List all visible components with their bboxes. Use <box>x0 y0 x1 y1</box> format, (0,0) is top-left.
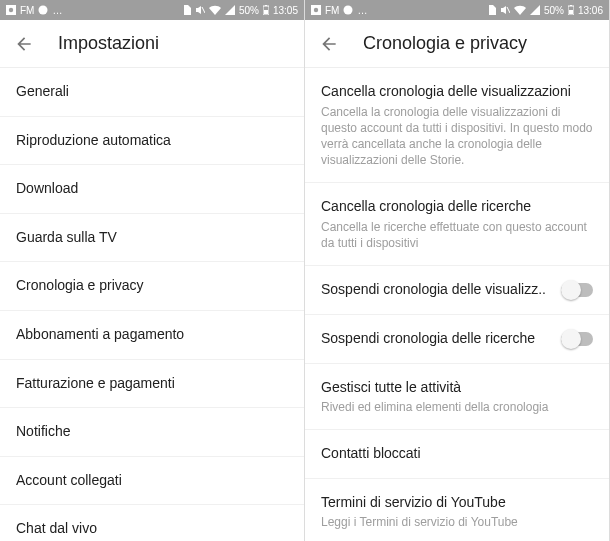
clock: 13:06 <box>578 5 603 16</box>
battery-icon <box>263 5 269 15</box>
settings-item-subscriptions[interactable]: Abbonamenti a pagamento <box>0 311 304 360</box>
settings-item-notifications[interactable]: Notifiche <box>0 408 304 457</box>
settings-item-billing[interactable]: Fatturazione e pagamenti <box>0 360 304 409</box>
history-privacy-screen: FM … 50% 13:06 <box>305 0 609 541</box>
svg-line-3 <box>202 7 205 13</box>
page-title: Impostazioni <box>58 33 159 54</box>
settings-item-autoplay[interactable]: Riproduzione automatica <box>0 117 304 166</box>
signal-icon <box>225 5 235 15</box>
nosim-icon <box>488 5 496 15</box>
svg-point-1 <box>9 8 13 12</box>
svg-point-2 <box>39 6 48 15</box>
svg-line-10 <box>507 7 510 13</box>
item-label: Abbonamenti a pagamento <box>16 325 288 345</box>
circle-icon <box>343 5 353 15</box>
battery-icon <box>568 5 574 15</box>
clock: 13:05 <box>273 5 298 16</box>
svg-rect-12 <box>570 5 572 6</box>
item-blocked-contacts[interactable]: Contatti bloccati <box>305 430 609 479</box>
svg-point-8 <box>314 8 318 12</box>
statusbar: FM … 50% 13:06 <box>305 0 609 20</box>
item-label: Account collegati <box>16 471 288 491</box>
item-label: Download <box>16 179 288 199</box>
item-manage-activity[interactable]: Gestisci tutte le attività Rivedi ed eli… <box>305 364 609 431</box>
battery-percent: 50% <box>544 5 564 16</box>
toggle-pause-search[interactable] <box>561 332 593 346</box>
back-icon[interactable] <box>319 34 339 54</box>
item-label: Cronologia e privacy <box>16 276 288 296</box>
ellipsis-icon: … <box>357 5 367 16</box>
settings-item-download[interactable]: Download <box>0 165 304 214</box>
item-sublabel: Cancella le ricerche effettuate con ques… <box>321 219 593 251</box>
wifi-icon <box>209 5 221 15</box>
item-label: Cancella cronologia delle ricerche <box>321 197 593 217</box>
privacy-list: Cancella cronologia delle visualizzazion… <box>305 68 609 541</box>
wifi-icon <box>514 5 526 15</box>
header: Impostazioni <box>0 20 304 68</box>
page-title: Cronologia e privacy <box>363 33 527 54</box>
item-label: Chat dal vivo <box>16 519 288 539</box>
item-label: Sospendi cronologia delle visualizz.. <box>321 280 551 300</box>
item-label: Cancella cronologia delle visualizzazion… <box>321 82 593 102</box>
svg-rect-6 <box>264 10 268 14</box>
item-sublabel: Rivedi ed elimina elementi della cronolo… <box>321 399 593 415</box>
ellipsis-icon: … <box>52 5 62 16</box>
photo-icon <box>6 5 16 15</box>
item-clear-search-history[interactable]: Cancella cronologia delle ricerche Cance… <box>305 183 609 266</box>
item-pause-watch-history[interactable]: Sospendi cronologia delle visualizz.. <box>305 266 609 315</box>
settings-item-tv[interactable]: Guarda sulla TV <box>0 214 304 263</box>
signal-icon <box>530 5 540 15</box>
nosim-icon <box>183 5 191 15</box>
item-pause-search-history[interactable]: Sospendi cronologia delle ricerche <box>305 315 609 364</box>
svg-rect-5 <box>265 5 267 6</box>
item-label: Sospendi cronologia delle ricerche <box>321 329 551 349</box>
item-youtube-tos[interactable]: Termini di servizio di YouTube Leggi i T… <box>305 479 609 541</box>
item-label: Guarda sulla TV <box>16 228 288 248</box>
settings-item-history-privacy[interactable]: Cronologia e privacy <box>0 262 304 311</box>
item-sublabel: Cancella la cronologia delle visualizzaz… <box>321 104 593 169</box>
svg-point-9 <box>344 6 353 15</box>
settings-item-generali[interactable]: Generali <box>0 68 304 117</box>
fm-label: FM <box>20 5 34 16</box>
item-sublabel: Leggi i Termini di servizio di YouTube <box>321 514 593 530</box>
back-icon[interactable] <box>14 34 34 54</box>
mute-icon <box>195 5 205 15</box>
item-label: Riproduzione automatica <box>16 131 288 151</box>
photo-icon <box>311 5 321 15</box>
mute-icon <box>500 5 510 15</box>
statusbar: FM … 50% 13:05 <box>0 0 304 20</box>
item-clear-watch-history[interactable]: Cancella cronologia delle visualizzazion… <box>305 68 609 183</box>
header: Cronologia e privacy <box>305 20 609 68</box>
item-label: Gestisci tutte le attività <box>321 378 593 398</box>
svg-rect-13 <box>569 10 573 14</box>
item-label: Notifiche <box>16 422 288 442</box>
toggle-pause-watch[interactable] <box>561 283 593 297</box>
fm-label: FM <box>325 5 339 16</box>
item-label: Contatti bloccati <box>321 444 593 464</box>
item-label: Fatturazione e pagamenti <box>16 374 288 394</box>
item-label: Generali <box>16 82 288 102</box>
settings-list: Generali Riproduzione automatica Downloa… <box>0 68 304 541</box>
circle-icon <box>38 5 48 15</box>
settings-item-linked-accounts[interactable]: Account collegati <box>0 457 304 506</box>
settings-item-live-chat[interactable]: Chat dal vivo <box>0 505 304 541</box>
item-label: Termini di servizio di YouTube <box>321 493 593 513</box>
battery-percent: 50% <box>239 5 259 16</box>
settings-screen: FM … 50% 13:05 <box>0 0 304 541</box>
